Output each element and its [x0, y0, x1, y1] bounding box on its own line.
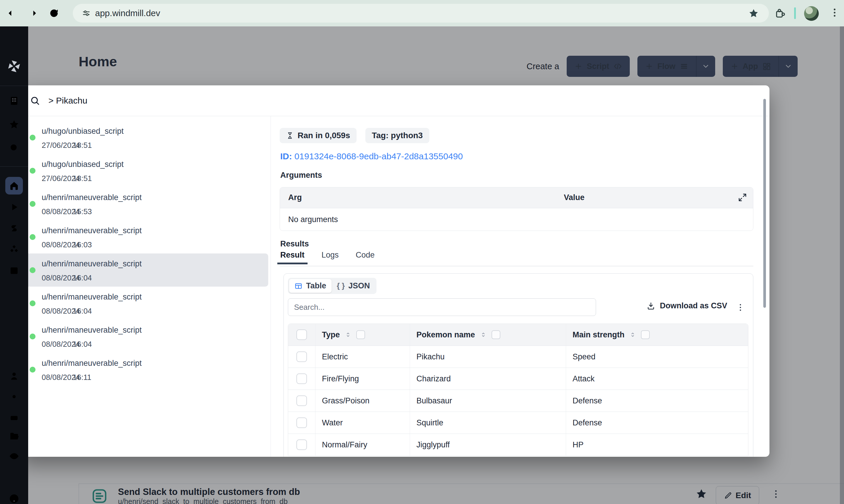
sidebar-item-folders[interactable]	[8, 430, 20, 442]
arg-column-header: Arg	[288, 193, 302, 202]
result-tabs: Result Logs Code	[280, 251, 375, 264]
run-id-link[interactable]: ID: 0191324e-8068-9edb-ab47-2d8a13550490	[280, 151, 463, 161]
success-status-dot	[30, 201, 36, 207]
run-list-item[interactable]: u/henri/maneuverable_script 08/08/2024 1…	[21, 287, 268, 320]
row-checkbox[interactable]	[297, 352, 307, 362]
sidebar-item-schedules[interactable]	[8, 264, 20, 276]
result-search-input[interactable]	[288, 298, 596, 316]
sidebar-item-variables[interactable]	[8, 222, 20, 234]
success-status-dot	[30, 168, 36, 174]
row-checkbox[interactable]	[297, 374, 307, 384]
run-list-item[interactable]: u/henri/maneuverable_script 08/08/2024 1…	[21, 187, 268, 220]
column-filter-box[interactable]	[491, 330, 500, 339]
column-filter-box[interactable]	[356, 330, 365, 339]
table-row[interactable]: Electric Pikachu Speed	[288, 346, 748, 368]
browser-chrome: app.windmill.dev	[0, 0, 844, 26]
run-list-item[interactable]: u/henri/maneuverable_script 08/08/2024 1…	[21, 253, 268, 287]
success-status-dot	[30, 134, 36, 141]
table-row[interactable]: Water Squirtle Defense	[288, 412, 748, 434]
sidebar-item-runs[interactable]	[8, 201, 20, 213]
value-column-header: Value	[564, 193, 585, 202]
success-status-dot	[30, 234, 36, 240]
result-tab[interactable]: Result	[280, 251, 305, 264]
extensions-puzzle-icon[interactable]	[774, 7, 786, 19]
sort-icon[interactable]	[629, 331, 636, 338]
select-all-checkbox[interactable]	[297, 329, 307, 340]
url-bar[interactable]: app.windmill.dev	[73, 4, 769, 23]
sidebar-item-users[interactable]	[8, 370, 20, 382]
column-filter-box[interactable]	[641, 330, 650, 339]
reload-icon[interactable]	[48, 7, 60, 20]
download-csv-button[interactable]: Download as CSV	[646, 301, 727, 310]
result-tab[interactable]: Code	[356, 251, 375, 264]
back-icon[interactable]	[5, 7, 18, 20]
run-list-item[interactable]: u/henri/maneuverable_script 08/08/2024 1…	[21, 320, 268, 353]
modal-scrollbar[interactable]	[763, 99, 766, 308]
tabs-divider	[280, 266, 753, 266]
table-grid-icon	[294, 282, 303, 290]
sidebar-divider	[0, 86, 28, 86]
row-checkbox[interactable]	[297, 395, 307, 406]
table-view-toggle[interactable]: Table	[289, 279, 331, 293]
result-card: Table { } JSON Download as CSV	[284, 273, 753, 457]
row-checkbox[interactable]	[297, 439, 307, 450]
sidebar-item-workers[interactable]	[8, 411, 20, 423]
result-tab[interactable]: Logs	[322, 251, 339, 264]
json-view-toggle[interactable]: { } JSON	[331, 279, 375, 293]
result-table: Type Pokemon name Main strength	[288, 324, 748, 456]
success-status-dot	[30, 334, 36, 339]
success-status-dot	[30, 367, 36, 373]
run-list-item[interactable]: u/hugo/unbiased_script 27/06/2024 18:51	[21, 154, 268, 187]
run-results-list: u/hugo/unbiased_script 27/06/2024 18:51 …	[19, 116, 271, 457]
run-list-item[interactable]: u/henri/maneuverable_script 08/08/2024 1…	[21, 220, 268, 253]
browser-menu-icon[interactable]	[829, 7, 841, 18]
table-row[interactable]: Normal/Fairy Jigglypuff HP	[288, 434, 748, 456]
run-search-modal: u/hugo/unbiased_script 27/06/2024 18:51 …	[19, 85, 770, 457]
run-duration-badge: Ran in 0,059s	[280, 128, 357, 143]
profile-avatar[interactable]	[804, 6, 819, 21]
sort-icon[interactable]	[480, 331, 487, 338]
no-arguments-text: No arguments	[280, 208, 753, 231]
forward-icon[interactable]	[26, 7, 39, 20]
hourglass-icon	[286, 132, 294, 139]
sidebar-item-search[interactable]	[8, 142, 20, 154]
braces-icon: { }	[337, 281, 345, 290]
sidebar-item-favorites[interactable]	[8, 119, 20, 130]
sidebar-item-settings[interactable]	[8, 391, 20, 402]
success-status-dot	[30, 301, 36, 306]
results-label: Results	[280, 239, 309, 249]
table-row[interactable]: Fire/Flying Charizard Attack	[288, 368, 748, 390]
sidebar-divider	[0, 166, 28, 167]
search-icon	[30, 95, 40, 106]
run-list-item[interactable]: u/henri/maneuverable_script 08/08/2024 1…	[21, 353, 268, 386]
sidebar-item-home[interactable]	[5, 177, 23, 195]
expand-icon[interactable]	[738, 193, 747, 202]
row-checkbox[interactable]	[297, 417, 307, 428]
view-toggle: Table { } JSON	[288, 278, 377, 294]
success-status-dot	[30, 267, 36, 273]
table-menu-icon[interactable]	[735, 303, 746, 312]
site-settings-icon[interactable]	[82, 8, 91, 18]
profile-separator	[794, 7, 796, 19]
table-header-row: Type Pokemon name Main strength	[288, 324, 748, 346]
run-list-item[interactable]: u/hugo/unbiased_script 27/06/2024 18:51	[21, 121, 268, 154]
modal-search-input[interactable]	[48, 95, 770, 106]
sidebar-item-help[interactable]	[8, 493, 20, 504]
sidebar-item-workspace[interactable]	[8, 95, 20, 107]
sidebar-item-resources[interactable]	[8, 243, 20, 255]
arguments-table: Arg Value No arguments	[280, 187, 753, 231]
windmill-logo-icon[interactable]	[7, 59, 21, 73]
table-body: Electric Pikachu Speed Fire/Flying Chari…	[288, 346, 748, 456]
run-tag-badge: Tag: python3	[365, 128, 429, 143]
arguments-label: Arguments	[280, 171, 322, 180]
run-detail-panel: Ran in 0,059s Tag: python3 ID: 0191324e-…	[271, 116, 770, 457]
download-icon	[646, 302, 655, 310]
app-sidebar	[0, 26, 28, 504]
modal-search-bar	[19, 85, 770, 116]
sidebar-item-audit-logs[interactable]	[8, 450, 20, 462]
sort-icon[interactable]	[344, 331, 352, 338]
table-row[interactable]: Grass/Poison Bulbasaur Defense	[288, 390, 748, 412]
bookmark-star-icon[interactable]	[748, 8, 759, 18]
url-text: app.windmill.dev	[95, 8, 160, 18]
